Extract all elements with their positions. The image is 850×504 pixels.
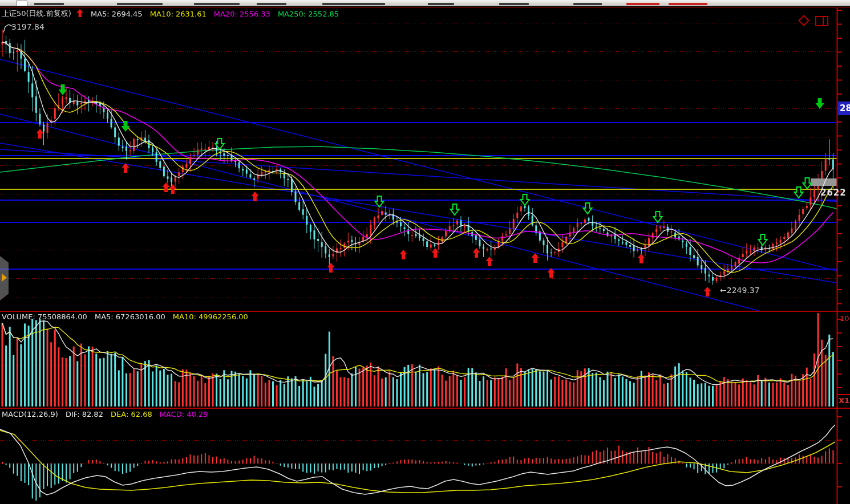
menu-item-remnant-red bbox=[626, 3, 659, 5]
menu-item-remnant bbox=[194, 3, 240, 5]
ma250-label: MA250: 2552.85 bbox=[278, 10, 339, 18]
up-arrow-icon bbox=[76, 10, 83, 19]
menu-item-remnant-red bbox=[669, 3, 707, 5]
ma5-label: MA5: 2694.45 bbox=[91, 10, 143, 18]
left-arrow-icon: ← bbox=[720, 286, 727, 295]
menu-item-remnant bbox=[573, 3, 602, 5]
macd-title: MACD(12,26,9) bbox=[2, 410, 58, 418]
volume-axis-label: 10 bbox=[840, 314, 849, 323]
menu-app-icon bbox=[16, 1, 27, 6]
expand-right-icon bbox=[2, 274, 7, 282]
macd-dea-label: DEA: 62.68 bbox=[111, 410, 152, 418]
macd-dif-label: DIF: 82.82 bbox=[66, 410, 103, 418]
menu-item-remnant bbox=[117, 3, 163, 5]
menu-item-remnant bbox=[257, 3, 286, 5]
volume-ma10-label: MA10: 49962256.00 bbox=[173, 312, 248, 321]
menu-item-remnant bbox=[428, 3, 454, 5]
scale-multiplier-label: X1 bbox=[839, 396, 849, 405]
volume-label: VOLUME: 75508864.00 bbox=[2, 312, 87, 321]
chart-title: 上证50(日线.前复权) bbox=[2, 9, 71, 18]
menu-item-remnant bbox=[499, 3, 529, 5]
main-chart-header: 上证50(日线.前复权) MA5: 2694.45 MA10: 2631.61 … bbox=[2, 9, 344, 19]
menu-item-remnant bbox=[322, 3, 385, 5]
last-price-label: 2622 bbox=[820, 188, 849, 198]
volume-ma5-label: MA5: 67263016.00 bbox=[95, 312, 165, 321]
sidebar-expand-handle[interactable] bbox=[0, 256, 9, 300]
menu-item-remnant bbox=[34, 3, 64, 5]
menu-bar[interactable] bbox=[0, 0, 850, 6]
volume-header: VOLUME: 75508864.00 MA5: 67263016.00 MA1… bbox=[2, 312, 253, 321]
ma10-label: MA10: 2631.61 bbox=[150, 10, 207, 18]
high-price-label: 3197.84 bbox=[11, 22, 44, 31]
low-price-label: ←2249.37 bbox=[720, 286, 760, 295]
pane-controls bbox=[798, 14, 831, 29]
trading-app-window: 上证50(日线.前复权) MA5: 2694.45 MA10: 2631.61 … bbox=[0, 0, 850, 504]
chart-canvas[interactable] bbox=[0, 0, 850, 504]
macd-hist-label: MACD: 40.29 bbox=[160, 410, 208, 418]
macd-header: MACD(12,26,9) DIF: 82.82 DEA: 62.68 MACD… bbox=[2, 410, 213, 418]
ma20-label: MA20: 2556.33 bbox=[214, 10, 270, 18]
diamond-icon[interactable] bbox=[798, 14, 810, 29]
right-axis-price-badge: 28 bbox=[838, 101, 850, 115]
split-window-icon[interactable] bbox=[815, 15, 829, 29]
